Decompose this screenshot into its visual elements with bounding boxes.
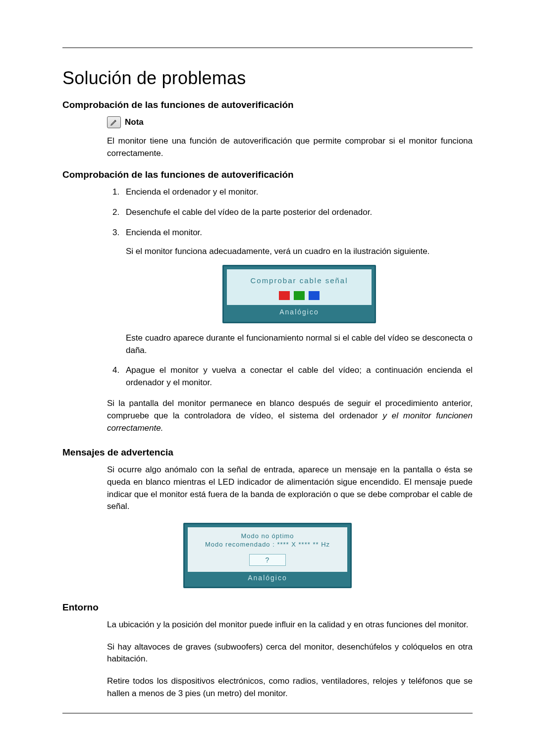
monitor-dialog-panel: Comprobar cable señal bbox=[227, 269, 372, 305]
entorno-p1: La ubicación y la posición del monitor p… bbox=[107, 619, 473, 631]
monitor-dialog2-footer: Analógico bbox=[188, 572, 347, 584]
monitor-dialog-footer: Analógico bbox=[227, 305, 372, 319]
section-heading-autoverify-2: Comprobación de las funciones de autover… bbox=[62, 169, 473, 180]
warnings-body: Si ocurre algo anómalo con la señal de e… bbox=[107, 464, 473, 513]
red-square-icon bbox=[279, 291, 290, 300]
note-body: El monitor tiene una función de autoveri… bbox=[107, 135, 473, 159]
monitor-dialog-message: Comprobar cable señal bbox=[231, 275, 368, 286]
section-heading-entorno: Entorno bbox=[62, 602, 473, 613]
blue-square-icon bbox=[309, 291, 320, 300]
note-label: Nota bbox=[125, 117, 144, 127]
note-row: Nota bbox=[107, 116, 473, 128]
monitor-dialog-outer: Comprobar cable señal Analógico bbox=[222, 265, 376, 323]
steps-list: Encienda el ordenador y el monitor. Dese… bbox=[106, 186, 473, 389]
monitor-dialog2-line2: Modo recomendado : **** X **** ** Hz bbox=[192, 541, 343, 548]
section-heading-autoverify-1: Comprobación de las funciones de autover… bbox=[62, 100, 473, 110]
monitor-dialog-mode: Modo no óptimo Modo recomendado : **** X… bbox=[183, 523, 352, 588]
pencil-note-icon bbox=[107, 116, 121, 128]
entorno-p2: Si hay altavoces de graves (subwoofers) … bbox=[107, 641, 473, 665]
step-4-text: Apague el monitor y vuelva a conectar el… bbox=[126, 365, 473, 387]
document-page: Solución de problemas Comprobación de la… bbox=[0, 0, 535, 756]
step-1: Encienda el ordenador y el monitor. bbox=[122, 186, 473, 199]
green-square-icon bbox=[294, 291, 305, 300]
entorno-p3: Retire todos los dispositivos electrónic… bbox=[107, 675, 473, 700]
page-title: Solución de problemas bbox=[62, 68, 473, 89]
step-3: Encienda el monitor. Si el monitor funci… bbox=[122, 227, 473, 357]
step-3-text-b: Si el monitor funciona adecuadamente, ve… bbox=[126, 246, 473, 258]
monitor-dialog-signal: Comprobar cable señal Analógico bbox=[222, 265, 376, 323]
step-4: Apague el monitor y vuelva a conectar el… bbox=[122, 364, 473, 389]
step-2: Desenchufe el cable del vídeo de la part… bbox=[122, 206, 473, 219]
post-steps-note: Si la pantalla del monitor permanece en … bbox=[107, 398, 473, 434]
step-3-text-a: Encienda el monitor. bbox=[126, 228, 202, 237]
top-rule bbox=[62, 48, 473, 48]
rgb-squares bbox=[231, 291, 368, 300]
monitor-dialog2-line1: Modo no óptimo bbox=[192, 532, 343, 540]
bottom-rule bbox=[62, 713, 473, 713]
monitor-dialog2-panel: Modo no óptimo Modo recomendado : **** X… bbox=[188, 527, 347, 572]
step-3-after: Este cuadro aparece durante el funcionam… bbox=[126, 332, 473, 356]
step-2-text: Desenchufe el cable del vídeo de la part… bbox=[126, 207, 372, 217]
monitor-dialog2-button: ? bbox=[249, 554, 286, 566]
section-heading-warnings: Mensajes de advertencia bbox=[62, 447, 473, 458]
step-1-text: Encienda el ordenador y el monitor. bbox=[126, 187, 258, 197]
monitor-dialog2-outer: Modo no óptimo Modo recomendado : **** X… bbox=[183, 523, 352, 588]
